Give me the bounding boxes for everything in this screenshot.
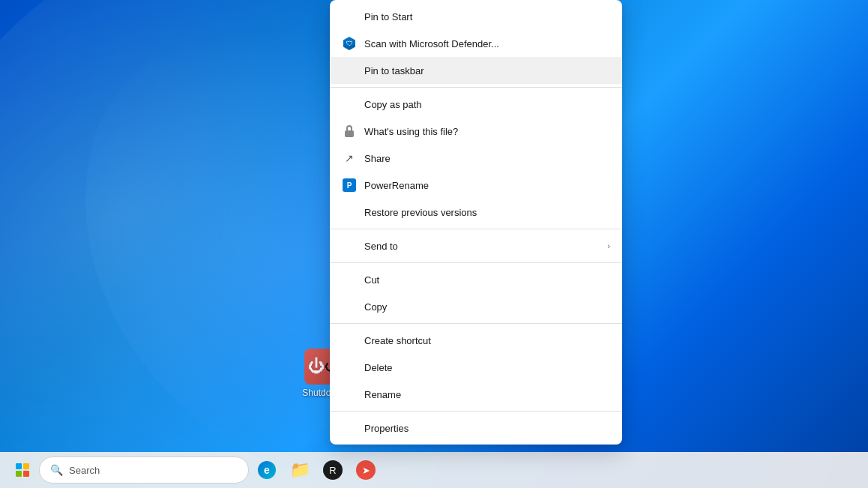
taskbar-search[interactable]: 🔍 Search xyxy=(39,457,249,484)
menu-item-copy-as-path[interactable]: Copy as path xyxy=(330,91,622,118)
menu-item-pin-to-start[interactable]: 📌 Pin to Start xyxy=(330,3,622,30)
menu-item-scan-defender[interactable]: 🛡 Scan with Microsoft Defender... xyxy=(330,30,622,57)
separator-5 xyxy=(330,411,622,412)
delete-label: Delete xyxy=(364,362,610,373)
copy-as-path-label: Copy as path xyxy=(364,99,610,110)
context-menu: 📌 Pin to Start 🛡 Scan with Microsoft Def… xyxy=(330,0,622,445)
properties-label: Properties xyxy=(364,423,610,434)
taskbar: 🔍 Search e 📁 R ➤ xyxy=(0,452,868,488)
win-logo-sq-tl xyxy=(16,463,22,469)
menu-item-powerrename[interactable]: P PowerRename xyxy=(330,172,622,199)
send-to-arrow: › xyxy=(607,241,610,250)
menu-item-send-to[interactable]: Send to › xyxy=(330,232,622,259)
rename-label: Rename xyxy=(364,389,610,400)
edge-icon: e xyxy=(258,461,276,479)
separator-4 xyxy=(330,323,622,324)
menu-item-cut[interactable]: Cut xyxy=(330,266,622,293)
menu-item-whats-using[interactable]: What's using this file? xyxy=(330,118,622,145)
cut-label: Cut xyxy=(364,274,610,286)
folder-icon: 📁 xyxy=(290,460,310,480)
search-input-placeholder: Search xyxy=(69,465,100,476)
menu-item-delete[interactable]: Delete xyxy=(330,354,622,381)
restore-versions-label: Restore previous versions xyxy=(364,207,610,218)
taskbar-icon-explorer[interactable]: 📁 xyxy=(285,455,315,485)
taskbar-icon-rdm[interactable]: R xyxy=(318,455,348,485)
pin-to-start-label: Pin to Start xyxy=(364,11,610,22)
separator-3 xyxy=(330,262,622,263)
whats-using-label: What's using this file? xyxy=(364,126,610,137)
win-logo-sq-br xyxy=(23,471,29,477)
powerrename-label: PowerRename xyxy=(364,180,610,191)
menu-item-copy[interactable]: Copy xyxy=(330,293,622,320)
send-to-label: Send to xyxy=(364,241,607,252)
menu-item-properties[interactable]: Properties xyxy=(330,415,622,442)
win-logo-sq-tr xyxy=(23,463,29,469)
powerrename-icon: P xyxy=(342,178,357,193)
scan-defender-label: Scan with Microsoft Defender... xyxy=(364,38,610,49)
separator-1 xyxy=(330,87,622,88)
menu-item-restore-versions[interactable]: Restore previous versions xyxy=(330,199,622,226)
rdm-icon: R xyxy=(323,460,343,480)
taskbar-icon-send[interactable]: ➤ xyxy=(351,455,381,485)
separator-2 xyxy=(330,229,622,229)
defender-icon: 🛡 xyxy=(342,36,357,51)
win-logo-sq-bl xyxy=(16,471,22,477)
share-label: Share xyxy=(364,153,610,164)
menu-item-rename[interactable]: Rename xyxy=(330,381,622,408)
lock-icon xyxy=(342,124,357,139)
create-shortcut-label: Create shortcut xyxy=(364,335,610,346)
windows-logo-icon xyxy=(16,463,29,477)
menu-item-pin-to-taskbar[interactable]: Pin to taskbar xyxy=(330,57,622,84)
menu-item-share[interactable]: ↗ Share xyxy=(330,145,622,172)
start-button[interactable] xyxy=(9,457,36,484)
send-icon: ➤ xyxy=(356,460,376,480)
taskbar-icon-edge[interactable]: e xyxy=(252,455,282,485)
desktop: ⏻ ✓ Shutdown 📌 Pin to Start 🛡 Scan with … xyxy=(0,0,868,488)
search-icon: 🔍 xyxy=(50,464,63,476)
menu-item-create-shortcut[interactable]: Create shortcut xyxy=(330,327,622,354)
share-icon: ↗ xyxy=(342,151,357,166)
copy-label: Copy xyxy=(364,301,610,313)
pin-to-taskbar-label: Pin to taskbar xyxy=(364,65,610,76)
